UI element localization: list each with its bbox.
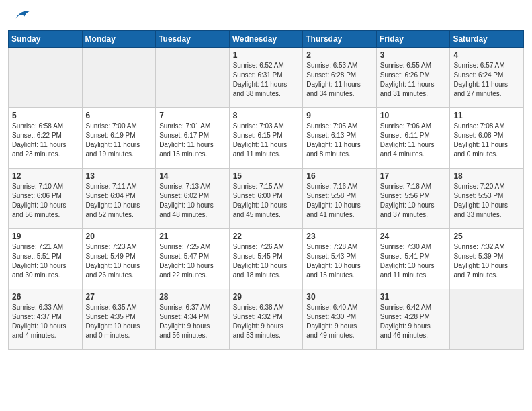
week-row-5: 26Sunrise: 6:33 AM Sunset: 4:37 PM Dayli… xyxy=(9,289,524,349)
day-cell: 30Sunrise: 6:40 AM Sunset: 4:30 PM Dayli… xyxy=(303,289,377,349)
day-cell: 7Sunrise: 7:01 AM Sunset: 6:17 PM Daylig… xyxy=(156,107,230,168)
day-info: Sunrise: 6:53 AM Sunset: 6:28 PM Dayligh… xyxy=(306,61,373,99)
header-row: SundayMondayTuesdayWednesdayThursdayFrid… xyxy=(9,30,524,47)
day-cell: 12Sunrise: 7:10 AM Sunset: 6:06 PM Dayli… xyxy=(9,168,83,228)
logo-text xyxy=(13,11,31,28)
day-cell: 16Sunrise: 7:16 AM Sunset: 5:58 PM Dayli… xyxy=(303,168,377,228)
day-cell xyxy=(82,47,156,107)
day-cell: 13Sunrise: 7:11 AM Sunset: 6:04 PM Dayli… xyxy=(82,168,156,228)
day-number: 10 xyxy=(380,111,447,120)
day-info: Sunrise: 6:58 AM Sunset: 6:22 PM Dayligh… xyxy=(12,122,79,159)
day-number: 3 xyxy=(380,50,447,60)
header-cell-monday: Monday xyxy=(82,30,156,47)
logo xyxy=(13,11,31,28)
day-number: 14 xyxy=(159,171,226,181)
day-info: Sunrise: 6:37 AM Sunset: 4:34 PM Dayligh… xyxy=(159,303,226,340)
day-cell: 14Sunrise: 7:13 AM Sunset: 6:02 PM Dayli… xyxy=(156,168,230,228)
week-row-1: 1Sunrise: 6:52 AM Sunset: 6:31 PM Daylig… xyxy=(9,47,524,107)
day-number: 9 xyxy=(306,111,373,120)
logo-bird-icon xyxy=(15,8,31,21)
day-number: 26 xyxy=(12,292,79,302)
day-info: Sunrise: 7:10 AM Sunset: 6:06 PM Dayligh… xyxy=(12,182,79,220)
day-number: 27 xyxy=(86,292,152,302)
day-number: 4 xyxy=(453,50,520,60)
day-cell: 25Sunrise: 7:32 AM Sunset: 5:39 PM Dayli… xyxy=(450,228,524,289)
week-row-3: 12Sunrise: 7:10 AM Sunset: 6:06 PM Dayli… xyxy=(9,168,524,228)
day-number: 15 xyxy=(233,171,300,181)
day-number: 13 xyxy=(86,171,152,181)
day-cell: 1Sunrise: 6:52 AM Sunset: 6:31 PM Daylig… xyxy=(229,47,303,107)
day-cell: 22Sunrise: 7:26 AM Sunset: 5:45 PM Dayli… xyxy=(229,228,303,289)
week-row-2: 5Sunrise: 6:58 AM Sunset: 6:22 PM Daylig… xyxy=(9,107,524,168)
day-info: Sunrise: 6:55 AM Sunset: 6:26 PM Dayligh… xyxy=(380,61,447,99)
day-cell: 31Sunrise: 6:42 AM Sunset: 4:28 PM Dayli… xyxy=(376,289,450,349)
day-number: 17 xyxy=(380,171,447,181)
day-number: 29 xyxy=(233,292,300,302)
day-info: Sunrise: 7:00 AM Sunset: 6:19 PM Dayligh… xyxy=(86,122,152,159)
day-number: 5 xyxy=(12,111,79,120)
day-cell: 26Sunrise: 6:33 AM Sunset: 4:37 PM Dayli… xyxy=(9,289,83,349)
calendar-header: SundayMondayTuesdayWednesdayThursdayFrid… xyxy=(9,30,524,47)
day-info: Sunrise: 7:13 AM Sunset: 6:02 PM Dayligh… xyxy=(159,182,226,220)
day-cell: 20Sunrise: 7:23 AM Sunset: 5:49 PM Dayli… xyxy=(82,228,156,289)
day-info: Sunrise: 6:33 AM Sunset: 4:37 PM Dayligh… xyxy=(12,303,79,340)
day-number: 19 xyxy=(12,232,79,241)
day-info: Sunrise: 6:52 AM Sunset: 6:31 PM Dayligh… xyxy=(233,61,300,99)
day-cell: 11Sunrise: 7:08 AM Sunset: 6:08 PM Dayli… xyxy=(450,107,524,168)
day-info: Sunrise: 7:25 AM Sunset: 5:47 PM Dayligh… xyxy=(159,242,226,280)
page-header xyxy=(0,0,532,30)
day-info: Sunrise: 7:18 AM Sunset: 5:56 PM Dayligh… xyxy=(380,182,447,220)
day-number: 20 xyxy=(86,232,152,241)
day-cell: 8Sunrise: 7:03 AM Sunset: 6:15 PM Daylig… xyxy=(229,107,303,168)
day-info: Sunrise: 7:32 AM Sunset: 5:39 PM Dayligh… xyxy=(453,242,520,280)
day-info: Sunrise: 7:16 AM Sunset: 5:58 PM Dayligh… xyxy=(306,182,373,220)
day-cell: 2Sunrise: 6:53 AM Sunset: 6:28 PM Daylig… xyxy=(303,47,377,107)
day-number: 12 xyxy=(12,171,79,181)
day-cell xyxy=(156,47,230,107)
day-info: Sunrise: 6:42 AM Sunset: 4:28 PM Dayligh… xyxy=(380,303,447,340)
day-cell: 3Sunrise: 6:55 AM Sunset: 6:26 PM Daylig… xyxy=(376,47,450,107)
day-number: 8 xyxy=(233,111,300,120)
day-number: 2 xyxy=(306,50,373,60)
day-info: Sunrise: 7:05 AM Sunset: 6:13 PM Dayligh… xyxy=(306,122,373,159)
day-number: 21 xyxy=(159,232,226,241)
calendar-body: 1Sunrise: 6:52 AM Sunset: 6:31 PM Daylig… xyxy=(9,47,524,349)
calendar-table: SundayMondayTuesdayWednesdayThursdayFrid… xyxy=(8,30,524,350)
day-cell: 18Sunrise: 7:20 AM Sunset: 5:53 PM Dayli… xyxy=(450,168,524,228)
day-cell: 17Sunrise: 7:18 AM Sunset: 5:56 PM Dayli… xyxy=(376,168,450,228)
day-number: 22 xyxy=(233,232,300,241)
day-cell: 15Sunrise: 7:15 AM Sunset: 6:00 PM Dayli… xyxy=(229,168,303,228)
day-number: 7 xyxy=(159,111,226,120)
day-number: 16 xyxy=(306,171,373,181)
header-cell-wednesday: Wednesday xyxy=(229,30,303,47)
header-cell-sunday: Sunday xyxy=(9,30,83,47)
day-info: Sunrise: 7:21 AM Sunset: 5:51 PM Dayligh… xyxy=(12,242,79,280)
header-cell-saturday: Saturday xyxy=(450,30,524,47)
day-info: Sunrise: 6:35 AM Sunset: 4:35 PM Dayligh… xyxy=(86,303,152,340)
day-info: Sunrise: 7:26 AM Sunset: 5:45 PM Dayligh… xyxy=(233,242,300,280)
day-info: Sunrise: 7:01 AM Sunset: 6:17 PM Dayligh… xyxy=(159,122,226,159)
day-number: 28 xyxy=(159,292,226,302)
day-cell: 28Sunrise: 6:37 AM Sunset: 4:34 PM Dayli… xyxy=(156,289,230,349)
day-info: Sunrise: 6:38 AM Sunset: 4:32 PM Dayligh… xyxy=(233,303,300,340)
day-number: 25 xyxy=(453,232,520,241)
day-info: Sunrise: 7:06 AM Sunset: 6:11 PM Dayligh… xyxy=(380,122,447,159)
header-cell-thursday: Thursday xyxy=(303,30,377,47)
day-cell: 24Sunrise: 7:30 AM Sunset: 5:41 PM Dayli… xyxy=(376,228,450,289)
header-cell-friday: Friday xyxy=(376,30,450,47)
day-cell: 6Sunrise: 7:00 AM Sunset: 6:19 PM Daylig… xyxy=(82,107,156,168)
day-cell: 9Sunrise: 7:05 AM Sunset: 6:13 PM Daylig… xyxy=(303,107,377,168)
day-number: 24 xyxy=(380,232,447,241)
day-number: 18 xyxy=(453,171,520,181)
day-number: 31 xyxy=(380,292,447,302)
day-cell: 27Sunrise: 6:35 AM Sunset: 4:35 PM Dayli… xyxy=(82,289,156,349)
day-cell: 23Sunrise: 7:28 AM Sunset: 5:43 PM Dayli… xyxy=(303,228,377,289)
day-number: 11 xyxy=(453,111,520,120)
day-info: Sunrise: 6:57 AM Sunset: 6:24 PM Dayligh… xyxy=(453,61,520,99)
day-number: 6 xyxy=(86,111,152,120)
day-info: Sunrise: 7:15 AM Sunset: 6:00 PM Dayligh… xyxy=(233,182,300,220)
day-cell xyxy=(450,289,524,349)
day-cell: 5Sunrise: 6:58 AM Sunset: 6:22 PM Daylig… xyxy=(9,107,83,168)
day-cell: 4Sunrise: 6:57 AM Sunset: 6:24 PM Daylig… xyxy=(450,47,524,107)
day-info: Sunrise: 7:23 AM Sunset: 5:49 PM Dayligh… xyxy=(86,242,152,280)
